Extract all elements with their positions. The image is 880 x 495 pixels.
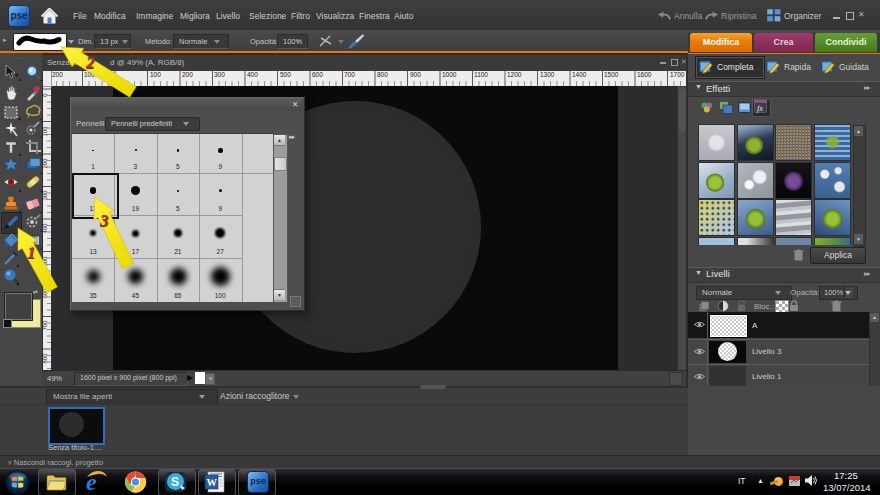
svg-text:100: 100 bbox=[43, 126, 48, 137]
svg-text:S: S bbox=[171, 475, 179, 489]
svg-text:800: 800 bbox=[43, 353, 48, 364]
svg-text:0: 0 bbox=[43, 93, 48, 97]
svg-text:fx: fx bbox=[757, 104, 763, 113]
svg-text:700: 700 bbox=[43, 320, 48, 331]
svg-text:600: 600 bbox=[43, 288, 48, 299]
svg-text:W: W bbox=[207, 477, 218, 488]
svg-text:400: 400 bbox=[43, 223, 48, 234]
svg-text:300: 300 bbox=[43, 190, 48, 201]
svg-text:200: 200 bbox=[43, 158, 48, 169]
svg-text:500: 500 bbox=[43, 256, 48, 267]
